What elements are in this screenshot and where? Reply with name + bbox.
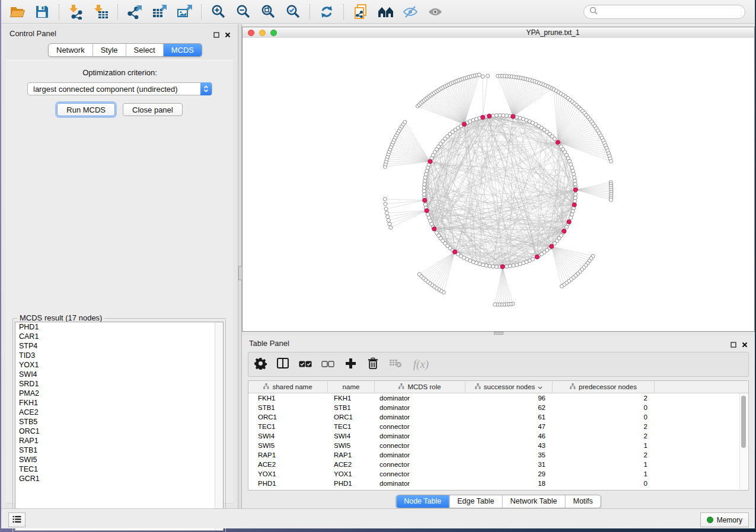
cell[interactable]: dominator: [375, 480, 465, 487]
list-scrollbar[interactable]: [215, 322, 223, 530]
search-input[interactable]: [601, 6, 745, 18]
zoom-selected-button[interactable]: [280, 2, 305, 22]
delete-column-button[interactable]: [366, 357, 380, 371]
export-image-button[interactable]: [172, 2, 197, 22]
memory-button[interactable]: Memory: [700, 512, 749, 527]
table-row[interactable]: STB1STB1dominator620: [248, 403, 740, 412]
close-panel-button[interactable]: Close panel: [123, 103, 183, 116]
minimize-window-button[interactable]: [259, 30, 266, 36]
splitter-handle[interactable]: [494, 332, 503, 335]
refresh-button[interactable]: [314, 2, 339, 22]
list-item[interactable]: STP4: [15, 341, 223, 351]
table-row[interactable]: FKH1FKH1dominator962: [248, 393, 740, 403]
table-row[interactable]: ACE2ACE2connector311: [248, 460, 740, 469]
cell[interactable]: STB1: [248, 404, 328, 411]
cell[interactable]: connector: [375, 423, 465, 430]
list-item[interactable]: ACE2: [15, 408, 223, 417]
tab-select[interactable]: Select: [126, 44, 164, 56]
cell[interactable]: 0: [553, 414, 655, 421]
import-network-button[interactable]: [63, 2, 88, 22]
float-panel-icon[interactable]: [731, 339, 736, 350]
column-header-successor-nodes[interactable]: successor nodes: [465, 381, 553, 393]
cell[interactable]: 1: [553, 442, 655, 449]
cell[interactable]: 96: [465, 395, 553, 402]
cell[interactable]: 62: [465, 404, 553, 411]
tab-motifs[interactable]: Motifs: [565, 495, 600, 508]
cell[interactable]: 0: [553, 480, 655, 487]
tab-style[interactable]: Style: [93, 44, 126, 56]
zoom-in-button[interactable]: [206, 2, 231, 22]
table-row[interactable]: PHD1PHD1dominator180: [248, 479, 740, 488]
cell[interactable]: SWI4: [248, 432, 328, 440]
list-item[interactable]: PHD1: [15, 322, 223, 332]
cell[interactable]: RAP1: [328, 451, 375, 459]
zoom-out-button[interactable]: [231, 2, 256, 22]
list-item[interactable]: SWI4: [15, 370, 223, 379]
tab-network-table[interactable]: Network Table: [503, 495, 566, 508]
list-item[interactable]: STB1: [15, 446, 223, 455]
cell[interactable]: SWI5: [328, 442, 375, 449]
cell[interactable]: RAP1: [248, 451, 328, 459]
cell[interactable]: connector: [375, 442, 465, 449]
cell[interactable]: dominator: [375, 395, 465, 402]
cell[interactable]: 1: [553, 461, 655, 468]
cell[interactable]: 35: [465, 451, 553, 459]
cell[interactable]: PHD1: [248, 480, 328, 487]
table-row[interactable]: YOX1YOX1connector291: [248, 469, 740, 479]
cell[interactable]: 1: [553, 470, 655, 477]
select-all-columns-button[interactable]: [298, 357, 312, 371]
export-table-button[interactable]: [147, 2, 172, 22]
hide-selected-button[interactable]: [398, 2, 423, 22]
cell[interactable]: PHD1: [328, 480, 375, 487]
cell[interactable]: 61: [465, 414, 553, 421]
cell[interactable]: connector: [375, 470, 465, 477]
close-panel-icon[interactable]: [225, 30, 231, 40]
maximize-window-button[interactable]: [270, 30, 277, 36]
cell[interactable]: ORC1: [328, 414, 375, 421]
tab-network[interactable]: Network: [49, 44, 93, 56]
cell[interactable]: ACE2: [328, 461, 375, 468]
close-panel-icon[interactable]: [742, 339, 748, 350]
cell[interactable]: YOX1: [248, 470, 328, 477]
export-network-button[interactable]: [122, 2, 147, 22]
create-column-button[interactable]: [343, 357, 358, 371]
cell[interactable]: ORC1: [248, 414, 328, 421]
run-mcds-button[interactable]: Run MCDS: [57, 103, 115, 116]
list-item[interactable]: SWI5: [15, 455, 223, 464]
list-item[interactable]: YOX1: [15, 360, 223, 370]
vertical-splitter[interactable]: [238, 24, 242, 508]
cell[interactable]: dominator: [375, 451, 465, 459]
cell[interactable]: 2: [553, 451, 655, 459]
table-settings-button[interactable]: [253, 357, 267, 371]
network-graph[interactable]: [243, 38, 754, 331]
list-item[interactable]: ORC1: [15, 427, 223, 436]
clone-network-button[interactable]: [348, 2, 373, 22]
cell[interactable]: dominator: [375, 414, 465, 421]
list-item[interactable]: PMA2: [15, 389, 223, 398]
table-scrollbar[interactable]: [739, 394, 748, 489]
cell[interactable]: 0: [553, 404, 655, 411]
search-field[interactable]: [583, 5, 745, 19]
tab-mcds[interactable]: MCDS: [164, 44, 202, 56]
table-row[interactable]: TEC1TEC1connector472: [248, 422, 740, 431]
table-row[interactable]: RAP1RAP1dominator352: [248, 450, 740, 460]
zoom-fit-button[interactable]: [256, 2, 280, 22]
list-item[interactable]: CAR1: [15, 332, 223, 341]
cell[interactable]: ACE2: [248, 461, 328, 468]
cell[interactable]: SWI5: [248, 442, 328, 449]
list-item[interactable]: STB5: [15, 417, 223, 427]
cell[interactable]: dominator: [375, 432, 465, 440]
cell[interactable]: 31: [465, 461, 553, 468]
save-session-button[interactable]: [30, 2, 55, 22]
cell[interactable]: 18: [465, 480, 553, 487]
tab-node-table[interactable]: Node Table: [396, 495, 449, 508]
float-panel-icon[interactable]: [213, 30, 219, 40]
task-history-button[interactable]: [8, 512, 25, 527]
network-window-titlebar[interactable]: YPA_prune.txt_1: [243, 27, 754, 39]
mcds-result-list[interactable]: PHD1CAR1STP4TID3YOX1SWI4SRD1PMA2FKH1ACE2…: [15, 322, 224, 531]
first-neighbors-button[interactable]: [373, 2, 398, 22]
list-item[interactable]: TEC1: [15, 464, 223, 474]
list-item[interactable]: TID3: [15, 351, 223, 360]
column-header-predecessor-nodes[interactable]: predecessor nodes: [553, 381, 655, 393]
table-row[interactable]: SWI4SWI4dominator462: [248, 431, 740, 441]
